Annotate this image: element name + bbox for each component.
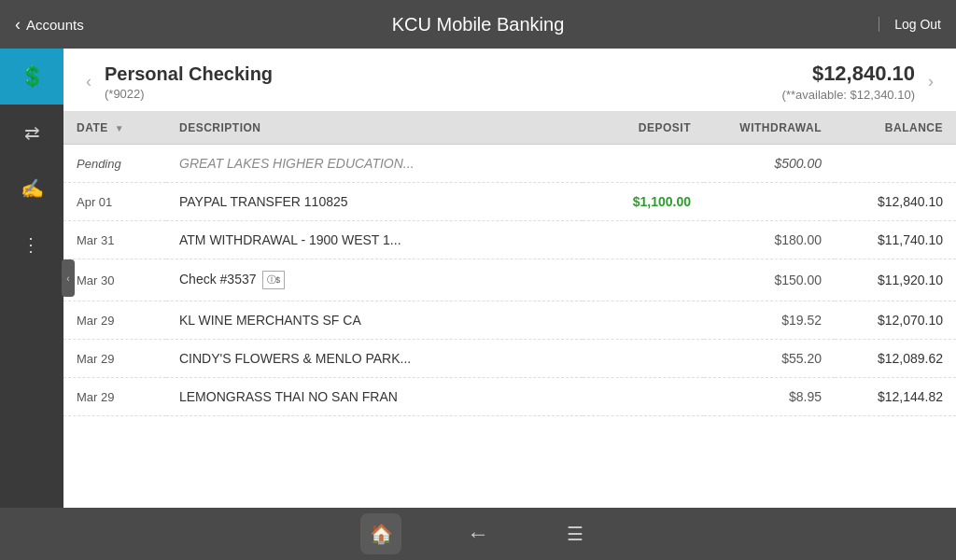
content-area: ‹ Personal Checking (*9022) $12,840.10 (…	[63, 49, 956, 508]
table-row[interactable]: Apr 01PAYPAL TRANSFER 110825$1,100.00$12…	[63, 183, 956, 221]
cell-date: Pending	[63, 145, 166, 183]
cell-date: Mar 29	[63, 340, 166, 378]
cell-date: Mar 30	[63, 259, 166, 301]
account-number: (*9022)	[105, 87, 273, 101]
cell-balance: $12,089.62	[835, 340, 956, 378]
transfer-icon: ⇄	[24, 121, 40, 144]
check-image-icon[interactable]: Ⓘ$	[262, 271, 286, 289]
cell-description: PAYPAL TRANSFER 110825	[166, 183, 583, 221]
sidebar-collapse-button[interactable]: ‹	[62, 259, 75, 297]
cell-deposit: $1,100.00	[583, 183, 704, 221]
table-row[interactable]: Mar 29KL WINE MERCHANTS SF CA$19.52$12,0…	[63, 301, 956, 340]
sidebar-item-accounts[interactable]: 💲	[0, 49, 63, 105]
col-header-description: DESCRIPTION	[166, 112, 583, 145]
account-name: Personal Checking	[105, 63, 273, 85]
cell-withdrawal: $180.00	[704, 221, 835, 259]
cell-deposit	[583, 221, 704, 259]
cell-deposit	[583, 259, 704, 301]
col-header-deposit: DEPOSIT	[583, 112, 704, 145]
cell-balance: $11,920.10	[835, 259, 956, 301]
cell-date: Mar 29	[63, 301, 166, 340]
bottom-bar: 🏠 ← ☰	[0, 508, 956, 560]
sidebar: 💲 ⇄ ✍ ⋮ ‹	[0, 49, 63, 508]
transaction-table[interactable]: DATE ▼ DESCRIPTION DEPOSIT WITHDRAWAL	[63, 112, 956, 508]
home-button[interactable]: 🏠	[360, 513, 401, 554]
table-row[interactable]: Mar 31ATM WITHDRAWAL - 1900 WEST 1...$18…	[63, 221, 956, 259]
cell-balance: $11,740.10	[835, 221, 956, 259]
cell-withdrawal: $19.52	[704, 301, 835, 340]
back-button[interactable]: ‹ Accounts	[15, 15, 84, 35]
sidebar-item-more[interactable]: ⋮	[0, 217, 63, 273]
sidebar-item-pay[interactable]: ✍	[0, 161, 63, 217]
account-header-right: $12,840.10 (**available: $12,340.10) ›	[782, 62, 937, 102]
col-header-withdrawal: WITHDRAWAL	[704, 112, 835, 145]
cell-withdrawal	[704, 183, 835, 221]
account-balance: $12,840.10 (**available: $12,340.10)	[782, 62, 915, 102]
cell-description: KL WINE MERCHANTS SF CA	[166, 301, 583, 340]
cell-deposit	[583, 145, 704, 183]
pay-icon: ✍	[21, 177, 44, 200]
back-label: Accounts	[26, 17, 84, 33]
cell-withdrawal: $150.00	[704, 259, 835, 301]
table-header-row: DATE ▼ DESCRIPTION DEPOSIT WITHDRAWAL	[63, 112, 956, 145]
menu-icon: ☰	[567, 523, 583, 545]
cell-balance	[835, 145, 956, 183]
cell-date: Mar 29	[63, 378, 166, 416]
cell-description: GREAT LAKES HIGHER EDUCATION...	[166, 145, 583, 183]
main-content: 💲 ⇄ ✍ ⋮ ‹ ‹ Personal Checking (*9022)	[0, 49, 956, 508]
account-header-left: ‹ Personal Checking (*9022)	[82, 63, 273, 101]
cell-description: LEMONGRASS THAI NO SAN FRAN	[166, 378, 583, 416]
account-balance-available: (**available: $12,340.10)	[782, 88, 915, 102]
cell-withdrawal: $500.00	[704, 145, 835, 183]
back-nav-button[interactable]: ←	[457, 513, 499, 554]
col-header-balance: BALANCE	[835, 112, 956, 145]
cell-balance: $12,840.10	[835, 183, 956, 221]
table-row[interactable]: Mar 30Check #3537Ⓘ$$150.00$11,920.10	[63, 259, 956, 301]
chevron-left-icon: ‹	[15, 15, 21, 35]
cell-withdrawal: $55.20	[704, 340, 835, 378]
app-title: KCU Mobile Banking	[392, 14, 565, 35]
cell-balance: $12,070.10	[835, 301, 956, 340]
menu-button[interactable]: ☰	[555, 513, 596, 554]
account-next-button[interactable]: ›	[924, 68, 937, 95]
home-icon: 🏠	[370, 523, 393, 545]
cell-deposit	[583, 378, 704, 416]
cell-deposit	[583, 301, 704, 340]
collapse-icon: ‹	[66, 273, 69, 284]
cell-withdrawal: $8.95	[704, 378, 835, 416]
cell-balance: $12,144.82	[835, 378, 956, 416]
cell-date: Apr 01	[63, 183, 166, 221]
top-header: ‹ Accounts KCU Mobile Banking Log Out	[0, 0, 956, 49]
account-info: Personal Checking (*9022)	[105, 63, 273, 101]
account-header: ‹ Personal Checking (*9022) $12,840.10 (…	[63, 49, 956, 112]
table-row[interactable]: Mar 29CINDY'S FLOWERS & MENLO PARK...$55…	[63, 340, 956, 378]
cell-description: CINDY'S FLOWERS & MENLO PARK...	[166, 340, 583, 378]
logout-button[interactable]: Log Out	[879, 17, 941, 32]
more-icon: ⋮	[21, 233, 42, 256]
cell-description: ATM WITHDRAWAL - 1900 WEST 1...	[166, 221, 583, 259]
col-header-date[interactable]: DATE ▼	[63, 112, 166, 145]
cell-date: Mar 31	[63, 221, 166, 259]
money-icon: 💲	[20, 64, 45, 89]
cell-deposit	[583, 340, 704, 378]
table-row[interactable]: Mar 29LEMONGRASS THAI NO SAN FRAN$8.95$1…	[63, 378, 956, 416]
account-balance-amount: $12,840.10	[782, 62, 915, 86]
sort-arrow-icon: ▼	[115, 123, 124, 133]
sidebar-item-transfer[interactable]: ⇄	[0, 105, 63, 161]
table-row[interactable]: PendingGREAT LAKES HIGHER EDUCATION...$5…	[63, 145, 956, 183]
back-arrow-icon: ←	[467, 521, 489, 547]
account-prev-button[interactable]: ‹	[82, 68, 95, 95]
cell-description: Check #3537Ⓘ$	[166, 259, 583, 301]
